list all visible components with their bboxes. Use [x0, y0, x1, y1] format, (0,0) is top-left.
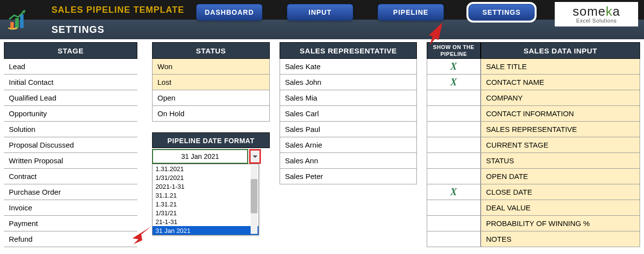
- stage-cell[interactable]: Invoice: [4, 200, 137, 216]
- rep-cell[interactable]: Sales Peter: [280, 169, 417, 184]
- status-cell[interactable]: Lost: [152, 75, 270, 90]
- input-cell[interactable]: CONTACT INFORMATION: [481, 106, 640, 122]
- stage-cell[interactable]: Opportunity: [4, 106, 137, 122]
- brand-name-post: a: [613, 4, 620, 19]
- svg-rect-1: [15, 18, 19, 28]
- stage-cell[interactable]: Written Proposal: [4, 153, 137, 169]
- check-x-icon: X: [450, 61, 457, 72]
- show-cell[interactable]: [427, 122, 481, 137]
- status-cell[interactable]: Won: [152, 59, 270, 75]
- sub-bar: SETTINGS: [0, 20, 644, 39]
- show-cell[interactable]: [427, 106, 481, 122]
- input-cell[interactable]: DEAL VALUE: [481, 200, 640, 216]
- show-cell[interactable]: X: [427, 75, 481, 90]
- top-bar: SALES PIPELINE TEMPLATE DASHBOARD INPUT …: [0, 0, 644, 20]
- stage-cell[interactable]: Lead: [4, 59, 137, 75]
- input-cell[interactable]: CURRENT STAGE: [481, 137, 640, 153]
- brand-name-k: k: [606, 4, 613, 19]
- show-cell[interactable]: [427, 153, 481, 169]
- date-format-option[interactable]: 1/31/2021: [153, 173, 258, 182]
- stage-column: STAGE LeadInitial ContactQualified LeadO…: [4, 42, 137, 247]
- stage-header: STAGE: [4, 42, 137, 59]
- logo-chart-icon: [4, 2, 33, 37]
- input-cell[interactable]: NOTES: [481, 231, 640, 247]
- input-column: SALES DATA INPUT SALE TITLECONTACT NAMEC…: [481, 42, 640, 247]
- input-cell[interactable]: STATUS: [481, 153, 640, 169]
- date-format-option[interactable]: 1/31/21: [153, 208, 258, 217]
- stage-cell[interactable]: Qualified Lead: [4, 90, 137, 106]
- date-format-header: PIPELINE DATE FORMAT: [152, 132, 270, 148]
- rep-cell[interactable]: Sales Carl: [280, 106, 417, 122]
- show-cell[interactable]: [427, 200, 481, 216]
- input-cell[interactable]: SALES REPRESENTATIVE: [481, 122, 640, 137]
- show-cell[interactable]: [427, 90, 481, 106]
- show-cell[interactable]: [427, 231, 481, 247]
- svg-rect-0: [10, 22, 14, 28]
- status-cell[interactable]: On Hold: [152, 106, 270, 122]
- date-format-select[interactable]: 31 Jan 2021 1.31.20211/31/20212021-1-313…: [152, 149, 261, 164]
- stage-cell[interactable]: Refund: [4, 231, 137, 247]
- date-format-dropdown[interactable]: 1.31.20211/31/20212021-1-3131.1.211.31.2…: [152, 164, 259, 235]
- dropdown-toggle-button[interactable]: [249, 149, 261, 164]
- date-format-option[interactable]: 2021-1-31: [153, 182, 258, 191]
- input-cell[interactable]: PROBABILITY OF WINNING %: [481, 216, 640, 231]
- brand-name: someka: [572, 5, 620, 18]
- input-header: SALES DATA INPUT: [481, 42, 640, 59]
- show-header: SHOW ON THE PIPELINE: [427, 42, 481, 59]
- show-cell[interactable]: [427, 169, 481, 184]
- rep-cell[interactable]: Sales Arnie: [280, 137, 417, 153]
- date-format-selected[interactable]: 31 Jan 2021: [152, 149, 248, 164]
- dropdown-scrollbar-thumb[interactable]: [251, 179, 258, 213]
- app-title: SALES PIPELINE TEMPLATE: [52, 5, 184, 15]
- input-cell[interactable]: CLOSE DATE: [481, 184, 640, 200]
- stage-cell[interactable]: Purchase Order: [4, 184, 137, 200]
- nav-input-button[interactable]: INPUT: [287, 4, 353, 21]
- date-format-option[interactable]: 31.1.21: [153, 191, 258, 200]
- show-cell[interactable]: X: [427, 59, 481, 75]
- brand-logo: someka Excel Solutions: [555, 2, 638, 26]
- date-format-section: PIPELINE DATE FORMAT 31 Jan 2021 1.31.20…: [152, 132, 270, 164]
- nav-dashboard-button[interactable]: DASHBOARD: [196, 4, 262, 21]
- date-format-option[interactable]: 1.31.2021: [153, 164, 258, 173]
- check-x-icon: X: [450, 186, 457, 198]
- brand-tagline: Excel Solutions: [576, 18, 617, 24]
- check-x-icon: X: [450, 76, 457, 88]
- show-column: SHOW ON THE PIPELINE XXX: [427, 42, 481, 247]
- nav-settings-button[interactable]: SETTINGS: [468, 4, 535, 21]
- svg-rect-2: [20, 14, 24, 28]
- nav-pipeline-button[interactable]: PIPELINE: [378, 4, 444, 21]
- rep-cell[interactable]: Sales John: [280, 75, 417, 90]
- input-cell[interactable]: CONTACT NAME: [481, 75, 640, 90]
- stage-cell[interactable]: Solution: [4, 122, 137, 137]
- input-cell[interactable]: OPEN DATE: [481, 169, 640, 184]
- brand-name-pre: some: [572, 4, 606, 19]
- status-cell[interactable]: Open: [152, 90, 270, 106]
- status-header: STATUS: [152, 42, 270, 59]
- rep-header: SALES REPRESENTATIVE: [280, 42, 417, 59]
- date-format-option[interactable]: 21-1-31: [153, 217, 258, 226]
- nav-buttons: DASHBOARD INPUT PIPELINE SETTINGS: [196, 4, 535, 21]
- show-cell[interactable]: [427, 137, 481, 153]
- stage-cell[interactable]: Payment: [4, 216, 137, 231]
- stage-cell[interactable]: Contract: [4, 169, 137, 184]
- settings-columns: STAGE LeadInitial ContactQualified LeadO…: [0, 39, 644, 247]
- date-format-option[interactable]: 31 Jan 2021: [153, 226, 258, 235]
- date-format-option[interactable]: 1.31.21: [153, 200, 258, 208]
- rep-cell[interactable]: Sales Ann: [280, 153, 417, 169]
- status-column: STATUS WonLostOpenOn Hold PIPELINE DATE …: [152, 42, 270, 247]
- show-cell[interactable]: X: [427, 184, 481, 200]
- show-cell[interactable]: [427, 216, 481, 231]
- stage-cell[interactable]: Initial Contact: [4, 75, 137, 90]
- input-cell[interactable]: SALE TITLE: [481, 59, 640, 75]
- stage-cell[interactable]: Proposal Discussed: [4, 137, 137, 153]
- rep-cell[interactable]: Sales Kate: [280, 59, 417, 75]
- rep-cell[interactable]: Sales Paul: [280, 122, 417, 137]
- page-subtitle: SETTINGS: [52, 24, 104, 35]
- rep-cell[interactable]: Sales Mia: [280, 90, 417, 106]
- rep-column: SALES REPRESENTATIVE Sales KateSales Joh…: [280, 42, 417, 247]
- input-cell[interactable]: COMPANY: [481, 90, 640, 106]
